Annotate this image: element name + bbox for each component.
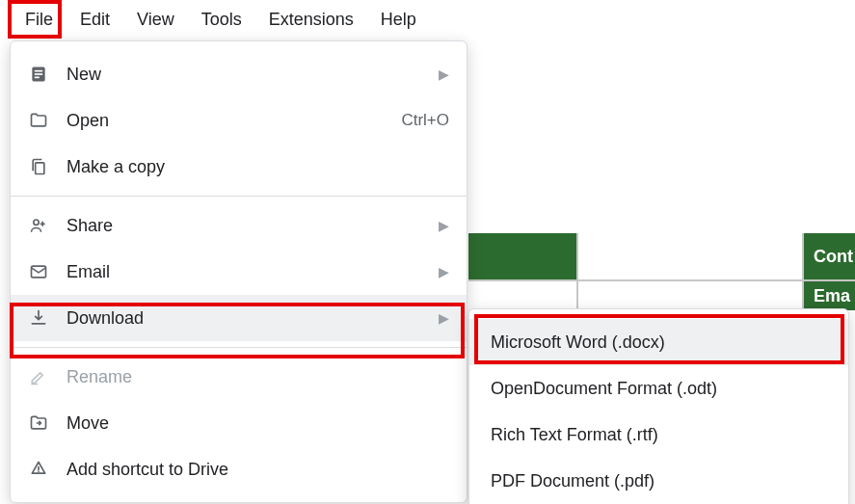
drive-shortcut-icon — [28, 459, 49, 480]
menu-item-label: Rename — [67, 367, 449, 387]
menu-item-make-copy[interactable]: Make a copy — [11, 144, 467, 190]
menu-file[interactable]: File — [12, 4, 67, 36]
download-submenu: Microsoft Word (.docx) OpenDocument Form… — [468, 308, 849, 504]
menu-item-label: Add shortcut to Drive — [67, 460, 449, 480]
menu-extensions[interactable]: Extensions — [255, 4, 367, 36]
table-border — [468, 279, 855, 281]
svg-rect-3 — [35, 77, 40, 79]
menu-item-open[interactable]: Open Ctrl+O — [11, 97, 467, 144]
menu-item-share[interactable]: Share ▶ — [11, 202, 467, 249]
menu-item-label: Share — [67, 216, 431, 236]
svg-rect-2 — [35, 73, 42, 75]
file-dropdown: New ▶ Open Ctrl+O Make a copy Share ▶ Em… — [10, 40, 468, 503]
menu-item-label: Make a copy — [67, 157, 449, 177]
menu-item-download[interactable]: Download ▶ — [11, 295, 467, 341]
menu-item-rename: Rename — [11, 354, 467, 400]
svg-rect-4 — [36, 163, 44, 174]
move-folder-icon — [28, 412, 49, 434]
menu-item-email[interactable]: Email ▶ — [11, 249, 467, 295]
menu-item-add-shortcut[interactable]: Add shortcut to Drive — [11, 446, 467, 492]
menu-view[interactable]: View — [123, 4, 188, 36]
menu-item-new[interactable]: New ▶ — [11, 51, 467, 97]
submenu-item-pdf[interactable]: PDF Document (.pdf) — [469, 458, 848, 504]
menu-item-label: Email — [67, 262, 431, 282]
submenu-item-rtf[interactable]: Rich Text Format (.rtf) — [469, 411, 848, 458]
table-header-cell — [468, 233, 576, 279]
copy-icon — [28, 156, 49, 177]
menu-item-move[interactable]: Move — [11, 400, 467, 446]
keyboard-shortcut: Ctrl+O — [401, 111, 449, 130]
document-icon — [28, 64, 49, 85]
pencil-icon — [28, 366, 49, 387]
menu-separator — [11, 196, 467, 197]
table-header-cell: Cont — [804, 233, 855, 279]
menubar: File Edit View Tools Extensions Help — [0, 0, 855, 39]
submenu-arrow-icon: ▶ — [439, 66, 449, 82]
menu-separator — [11, 347, 467, 348]
table-border — [576, 233, 578, 310]
table-header-cell: Ema — [804, 281, 855, 310]
folder-icon — [28, 110, 49, 131]
download-icon — [28, 307, 49, 329]
submenu-item-odt[interactable]: OpenDocument Format (.odt) — [469, 365, 848, 411]
menu-item-label: Open — [67, 111, 401, 131]
submenu-arrow-icon: ▶ — [439, 264, 449, 279]
menu-help[interactable]: Help — [367, 4, 430, 36]
email-icon — [28, 261, 49, 282]
menu-edit[interactable]: Edit — [67, 4, 123, 36]
menu-item-label: Download — [67, 308, 431, 329]
menu-tools[interactable]: Tools — [188, 4, 255, 36]
menu-item-label: Move — [67, 413, 449, 434]
menu-item-label: New — [67, 65, 431, 85]
submenu-item-docx[interactable]: Microsoft Word (.docx) — [469, 319, 848, 365]
submenu-arrow-icon: ▶ — [439, 310, 449, 326]
svg-point-5 — [34, 220, 39, 225]
share-icon — [28, 215, 49, 236]
submenu-arrow-icon: ▶ — [439, 218, 449, 233]
svg-rect-1 — [35, 70, 42, 72]
table-border — [802, 233, 804, 310]
